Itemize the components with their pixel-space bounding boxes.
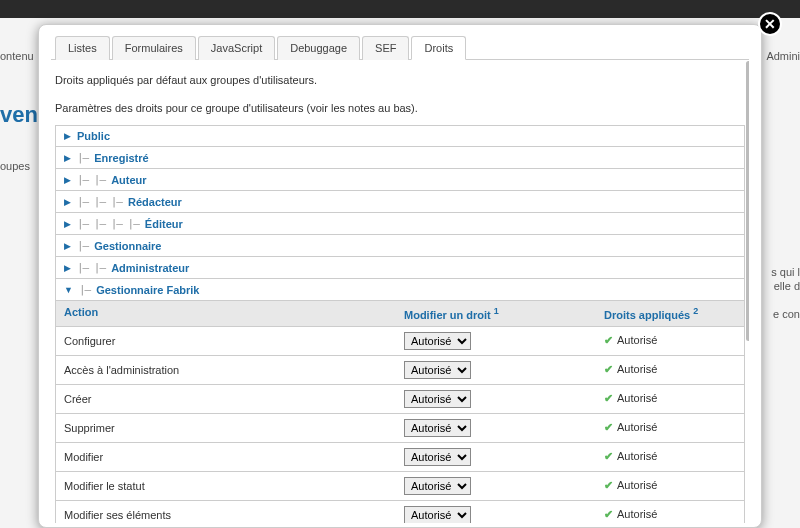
tab-debuggage[interactable]: Debuggage — [277, 36, 360, 60]
close-button[interactable]: ✕ — [758, 12, 782, 36]
permission-select-cell: Autorisé — [396, 327, 596, 355]
group-row[interactable]: ▶Public — [56, 126, 744, 147]
modal-content: ListesFormulairesJavaScriptDebuggageSEFD… — [51, 35, 749, 523]
check-icon: ✔ — [604, 334, 613, 346]
window-titlebar — [0, 0, 800, 18]
group-name: Administrateur — [111, 262, 189, 274]
permission-select[interactable]: Autorisé — [404, 477, 471, 495]
permission-row: Modifier le statutAutorisé✔Autorisé — [56, 472, 744, 501]
permission-select-cell: Autorisé — [396, 501, 596, 523]
permission-row: Accès à l'administrationAutorisé✔Autoris… — [56, 356, 744, 385]
group-row[interactable]: ▶|– Enregistré — [56, 147, 744, 169]
tab-javascript[interactable]: JavaScript — [198, 36, 275, 60]
permission-select[interactable]: Autorisé — [404, 448, 471, 466]
bg-text: elle d — [774, 280, 800, 292]
group-row[interactable]: ▶|– |– Auteur — [56, 169, 744, 191]
bg-text: ontenu — [0, 50, 34, 62]
expand-icon: ▶ — [64, 175, 71, 185]
permission-select-cell: Autorisé — [396, 443, 596, 471]
tree-indent: |– — [79, 283, 90, 296]
permission-select-cell: Autorisé — [396, 414, 596, 442]
permission-action: Accès à l'administration — [56, 359, 396, 381]
group-row[interactable]: ▶|– |– Administrateur — [56, 257, 744, 279]
group-name: Éditeur — [145, 218, 183, 230]
permission-row: ConfigurerAutorisé✔Autorisé — [56, 327, 744, 356]
expand-icon: ▶ — [64, 153, 71, 163]
permission-action: Modifier le statut — [56, 475, 396, 497]
permission-status: ✔Autorisé — [596, 445, 744, 468]
permissions-header: ActionModifier un droit 1Droits appliqué… — [56, 301, 744, 327]
permission-select-cell: Autorisé — [396, 472, 596, 500]
tree-indent: |– |– |– — [77, 195, 122, 208]
check-icon: ✔ — [604, 392, 613, 404]
col-action: Action — [56, 301, 396, 326]
permission-row: Modifier ses élémentsAutorisé✔Autorisé — [56, 501, 744, 523]
permission-action: Modifier — [56, 446, 396, 468]
check-icon: ✔ — [604, 450, 613, 462]
expand-icon: ▶ — [64, 131, 71, 141]
expand-icon: ▶ — [64, 219, 71, 229]
permission-action: Modifier ses éléments — [56, 504, 396, 523]
check-icon: ✔ — [604, 508, 613, 520]
tree-indent: |– — [77, 151, 88, 164]
group-name: Gestionnaire — [94, 240, 161, 252]
tab-listes[interactable]: Listes — [55, 36, 110, 60]
bg-text: Admini — [766, 50, 800, 62]
expand-icon: ▶ — [64, 241, 71, 251]
permission-select[interactable]: Autorisé — [404, 419, 471, 437]
permission-status: ✔Autorisé — [596, 503, 744, 523]
permission-action: Créer — [56, 388, 396, 410]
scrollbar-thumb[interactable] — [746, 61, 749, 341]
group-name: Gestionnaire Fabrik — [96, 284, 199, 296]
group-row[interactable]: ▼|– Gestionnaire Fabrik — [56, 279, 744, 301]
permission-status: ✔Autorisé — [596, 416, 744, 439]
permission-row: CréerAutorisé✔Autorisé — [56, 385, 744, 414]
permission-select[interactable]: Autorisé — [404, 332, 471, 350]
permission-select[interactable]: Autorisé — [404, 361, 471, 379]
permission-status: ✔Autorisé — [596, 358, 744, 381]
check-icon: ✔ — [604, 479, 613, 491]
check-icon: ✔ — [604, 421, 613, 433]
group-row[interactable]: ▶|– |– |– Rédacteur — [56, 191, 744, 213]
close-icon: ✕ — [764, 16, 776, 32]
group-name: Auteur — [111, 174, 146, 186]
tab-formulaires[interactable]: Formulaires — [112, 36, 196, 60]
tree-indent: |– |– — [77, 173, 105, 186]
bg-text: e con — [773, 308, 800, 320]
scrollbar-track[interactable] — [745, 35, 749, 523]
permission-row: SupprimerAutorisé✔Autorisé — [56, 414, 744, 443]
permission-action: Configurer — [56, 330, 396, 352]
permission-select[interactable]: Autorisé — [404, 390, 471, 408]
permission-select[interactable]: Autorisé — [404, 506, 471, 523]
group-name: Public — [77, 130, 110, 142]
expand-icon: ▶ — [64, 263, 71, 273]
group-name: Rédacteur — [128, 196, 182, 208]
tab-droits[interactable]: Droits — [411, 36, 466, 60]
permission-select-cell: Autorisé — [396, 356, 596, 384]
tab-bar: ListesFormulairesJavaScriptDebuggageSEFD… — [51, 35, 749, 60]
expand-icon: ▶ — [64, 197, 71, 207]
group-row[interactable]: ▶|– Gestionnaire — [56, 235, 744, 257]
permission-row: ModifierAutorisé✔Autorisé — [56, 443, 744, 472]
permission-action: Supprimer — [56, 417, 396, 439]
tree-indent: |– |– |– |– — [77, 217, 139, 230]
intro-line: Droits appliqués par défaut aux groupes … — [55, 72, 745, 90]
collapse-icon: ▼ — [64, 285, 73, 295]
group-name: Enregistré — [94, 152, 148, 164]
col-status: Droits appliqués 2 — [596, 301, 744, 326]
permissions-groups: ▶Public▶|– Enregistré▶|– |– Auteur▶|– |–… — [55, 125, 745, 523]
bg-text: s qui l — [771, 266, 800, 278]
tab-sef[interactable]: SEF — [362, 36, 409, 60]
permission-select-cell: Autorisé — [396, 385, 596, 413]
check-icon: ✔ — [604, 363, 613, 375]
permission-status: ✔Autorisé — [596, 474, 744, 497]
intro-line: Paramètres des droits pour ce groupe d'u… — [55, 100, 745, 118]
intro-text: Droits appliqués par défaut aux groupes … — [51, 60, 749, 121]
permission-status: ✔Autorisé — [596, 329, 744, 352]
tree-indent: |– |– — [77, 261, 105, 274]
bg-text: oupes — [0, 160, 30, 172]
modal-dialog: ListesFormulairesJavaScriptDebuggageSEFD… — [38, 24, 762, 528]
group-row[interactable]: ▶|– |– |– |– Éditeur — [56, 213, 744, 235]
permission-status: ✔Autorisé — [596, 387, 744, 410]
col-select: Modifier un droit 1 — [396, 301, 596, 326]
